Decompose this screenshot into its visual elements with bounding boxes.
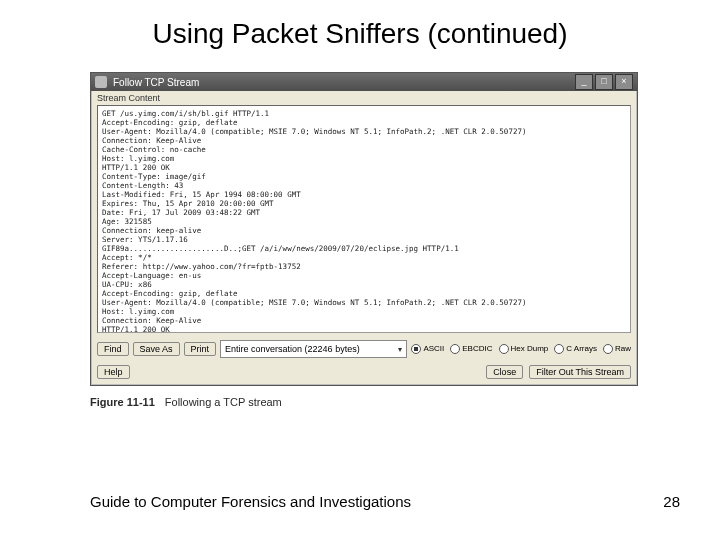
radio-ebcdic-label: EBCDIC	[462, 344, 492, 353]
conversation-select-value: Entire conversation (22246 bytes)	[225, 344, 360, 354]
app-window: Follow TCP Stream _ □ × Stream Content G…	[90, 72, 638, 386]
filter-stream-button[interactable]: Filter Out This Stream	[529, 365, 631, 379]
close-window-button[interactable]: ×	[615, 74, 633, 90]
controls-row-1: Find Save As Print Entire conversation (…	[91, 337, 637, 361]
radio-ascii[interactable]: ASCII	[411, 344, 444, 354]
figure-caption: Figure 11-11Following a TCP stream	[90, 396, 636, 408]
slide-title: Using Packet Sniffers (continued)	[0, 18, 720, 50]
titlebar-icon	[95, 76, 107, 88]
figure-caption-text: Following a TCP stream	[165, 396, 282, 408]
figure: Follow TCP Stream _ □ × Stream Content G…	[90, 72, 636, 408]
close-button[interactable]: Close	[486, 365, 523, 379]
chevron-down-icon: ▾	[398, 345, 402, 354]
radio-raw[interactable]: Raw	[603, 344, 631, 354]
minimize-button[interactable]: _	[575, 74, 593, 90]
radio-hexdump[interactable]: Hex Dump	[499, 344, 549, 354]
page-number: 28	[663, 493, 680, 510]
print-button[interactable]: Print	[184, 342, 217, 356]
find-button[interactable]: Find	[97, 342, 129, 356]
stream-content-textarea[interactable]: GET /us.yimg.com/i/sh/bl.gif HTTP/1.1Acc…	[97, 105, 631, 333]
radio-ascii-label: ASCII	[423, 344, 444, 353]
stream-content-label: Stream Content	[91, 91, 637, 103]
footer-text: Guide to Computer Forensics and Investig…	[90, 493, 411, 510]
radio-hexdump-label: Hex Dump	[511, 344, 549, 353]
controls-row-2: Help Close Filter Out This Stream	[91, 361, 637, 385]
figure-number: Figure 11-11	[90, 396, 155, 408]
window-titlebar: Follow TCP Stream _ □ ×	[91, 73, 637, 91]
radio-carrays[interactable]: C Arrays	[554, 344, 597, 354]
help-button[interactable]: Help	[97, 365, 130, 379]
window-title: Follow TCP Stream	[113, 77, 573, 88]
radio-raw-label: Raw	[615, 344, 631, 353]
radio-carrays-label: C Arrays	[566, 344, 597, 353]
format-radio-group: ASCII EBCDIC Hex Dump C Arrays Raw	[411, 344, 631, 354]
conversation-select[interactable]: Entire conversation (22246 bytes) ▾	[220, 340, 407, 358]
maximize-button[interactable]: □	[595, 74, 613, 90]
save-as-button[interactable]: Save As	[133, 342, 180, 356]
radio-ebcdic[interactable]: EBCDIC	[450, 344, 492, 354]
